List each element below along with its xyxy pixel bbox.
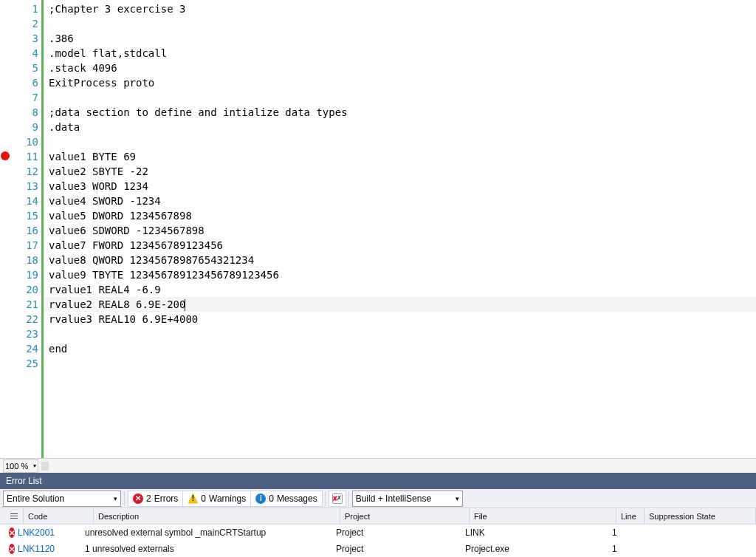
code-line[interactable]: .model flat,stdcall — [41, 46, 756, 61]
code-line[interactable] — [41, 16, 756, 31]
grid-settings-icon — [10, 512, 18, 521]
error-icon: ✕ — [133, 493, 143, 504]
error-icon: ✕ — [9, 544, 15, 554]
row-project: Project — [331, 527, 461, 538]
breakpoint-icon[interactable] — [1, 151, 10, 160]
column-line[interactable]: Line — [616, 508, 645, 524]
filter-errors-toggle[interactable]: ✕ 2 Errors — [128, 491, 183, 507]
line-number: 17 — [12, 238, 41, 253]
line-number: 5 — [12, 61, 41, 75]
separator — [325, 491, 326, 506]
row-file: LINK — [461, 527, 608, 538]
row-code: LNK2001 — [15, 527, 85, 538]
scope-combo[interactable]: Entire Solution ▾ — [3, 491, 121, 507]
row-code: LNK1120 — [15, 544, 85, 554]
row-file: Project.exe — [461, 544, 608, 554]
code-line[interactable]: value5 DWORD 1234567898 — [41, 208, 756, 223]
column-icon[interactable] — [0, 508, 24, 524]
line-number: 7 — [12, 90, 41, 105]
svg-rect-1 — [10, 516, 18, 516]
code-line[interactable]: ;data section to define and intialize da… — [41, 105, 756, 120]
code-line[interactable]: value8 QWORD 12345678987654321234 — [41, 253, 756, 267]
error-row[interactable]: ✕LNK11201 unresolved externalsProjectPro… — [0, 541, 756, 557]
code-editor[interactable]: 1234567891011121314151617181920212223242… — [0, 0, 756, 458]
line-number: 21 — [12, 297, 41, 312]
warning-count: 0 — [201, 493, 206, 504]
code-area[interactable]: ;Chapter 3 excercise 3.386.model flat,st… — [41, 0, 756, 458]
change-bar — [41, 0, 44, 458]
line-number: 16 — [12, 223, 41, 238]
error-list-title[interactable]: Error List — [0, 473, 756, 489]
code-line[interactable]: end — [41, 341, 756, 356]
error-code-link[interactable]: LNK2001 — [18, 527, 55, 538]
filter-messages-toggle[interactable]: i 0 Messages — [250, 491, 322, 507]
code-line[interactable]: value4 SWORD -1234 — [41, 194, 756, 208]
code-line[interactable] — [41, 134, 756, 149]
zoom-combo[interactable]: 100 % ▾ — [3, 459, 38, 473]
svg-rect-2 — [10, 518, 18, 519]
code-line[interactable]: value2 SBYTE -22 — [41, 164, 756, 179]
filter-clear-icon: ✘ — [332, 493, 343, 504]
code-line[interactable]: rvalue2 REAL8 6.9E-200 — [41, 297, 756, 312]
filter-warnings-toggle[interactable]: ! 0 Warnings — [182, 491, 251, 507]
code-line[interactable]: value7 FWORD 123456789123456 — [41, 238, 756, 253]
code-line[interactable]: rvalue1 REAL4 -6.9 — [41, 282, 756, 297]
breakpoint-margin[interactable] — [0, 0, 12, 458]
row-desc: unresolved external symbol _mainCRTStart… — [85, 527, 331, 538]
error-code-link[interactable]: LNK1120 — [18, 544, 55, 554]
code-line[interactable]: value1 BYTE 69 — [41, 149, 756, 164]
code-line[interactable] — [41, 356, 756, 371]
row-project: Project — [331, 544, 461, 554]
row-line: 1 — [608, 527, 636, 538]
row-icon: ✕ — [0, 544, 15, 554]
row-icon: ✕ — [0, 527, 15, 538]
line-number: 19 — [12, 267, 41, 282]
error-count: 2 — [146, 493, 151, 504]
code-line[interactable]: value6 SDWORD -1234567898 — [41, 223, 756, 238]
code-line[interactable] — [41, 90, 756, 105]
zoom-value: 100 % — [5, 462, 28, 471]
line-number: 18 — [12, 253, 41, 267]
code-line[interactable]: rvalue3 REAL10 6.9E+4000 — [41, 312, 756, 327]
error-row[interactable]: ✕LNK2001unresolved external symbol _main… — [0, 524, 756, 541]
code-line[interactable] — [41, 327, 756, 341]
column-code[interactable]: Code — [24, 508, 94, 524]
column-file[interactable]: File — [470, 508, 616, 524]
column-description[interactable]: Description — [94, 508, 340, 524]
line-number: 4 — [12, 46, 41, 61]
code-line[interactable]: .386 — [41, 31, 756, 46]
error-icon: ✕ — [9, 527, 15, 538]
chevron-down-icon: ▾ — [456, 495, 459, 502]
line-number: 6 — [12, 75, 41, 90]
panel-title-text: Error List — [6, 476, 42, 486]
column-suppression[interactable]: Suppression State — [645, 508, 756, 524]
line-number: 25 — [12, 356, 41, 371]
line-number: 24 — [12, 341, 41, 356]
line-number: 23 — [12, 327, 41, 341]
code-line[interactable]: .data — [41, 120, 756, 134]
error-grid-body[interactable]: ✕LNK2001unresolved external symbol _main… — [0, 524, 756, 557]
code-line[interactable]: value3 WORD 1234 — [41, 179, 756, 194]
intellisense-combo[interactable]: Build + IntelliSense ▾ — [352, 491, 463, 507]
code-line[interactable]: .stack 4096 — [41, 61, 756, 75]
error-grid-header[interactable]: Code Description Project File Line Suppr… — [0, 508, 756, 524]
clear-filters-button[interactable]: ✘ — [329, 491, 346, 507]
line-number: 3 — [12, 31, 41, 46]
line-number: 12 — [12, 164, 41, 179]
column-project[interactable]: Project — [340, 508, 470, 524]
svg-rect-0 — [10, 513, 18, 514]
line-number: 8 — [12, 105, 41, 120]
line-number: 2 — [12, 16, 41, 31]
line-number: 13 — [12, 179, 41, 194]
separator — [348, 491, 349, 506]
separator — [124, 491, 125, 506]
text-cursor — [185, 299, 185, 311]
line-number: 11 — [12, 149, 41, 164]
chevron-down-icon: ▾ — [114, 495, 117, 502]
message-count: 0 — [269, 493, 274, 504]
line-number: 15 — [12, 208, 41, 223]
code-line[interactable]: ExitProcess proto — [41, 75, 756, 90]
scroll-left-icon[interactable] — [41, 462, 49, 471]
code-line[interactable]: ;Chapter 3 excercise 3 — [41, 1, 756, 16]
code-line[interactable]: value9 TBYTE 123456789123456789123456 — [41, 267, 756, 282]
